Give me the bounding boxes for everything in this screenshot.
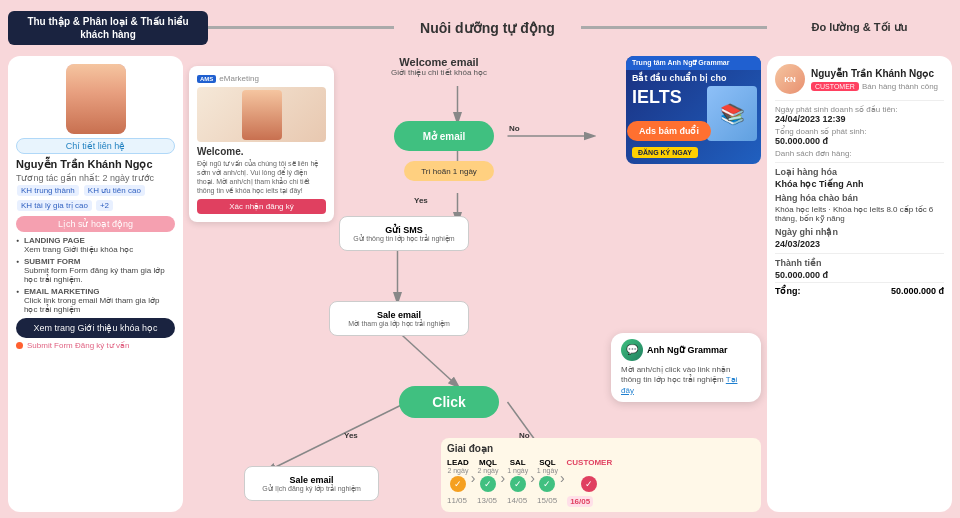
- sale-email-2-sub: Gửi lịch đăng ký lớp trải nghiệm: [262, 485, 361, 493]
- ads-button: Ads bám đuổi: [627, 121, 711, 141]
- revenue-label: Tổng doanh số phát sinh:: [775, 127, 944, 136]
- dates-row: 11/05 13/05 14/05 15/05 16/05: [447, 496, 755, 507]
- sms-chat-bubble: 💬 Anh Ngữ Grammar Mời anh/chị click vào …: [611, 333, 761, 402]
- date-1: 13/05: [477, 496, 497, 507]
- stages-row: LEAD 2 ngày ✓ › MQL 2 ngày ✓ › SAL 1 ngà…: [447, 458, 755, 492]
- last-interact: Tương tác gần nhất: 2 ngày trước: [16, 173, 175, 183]
- arrow-4: ›: [560, 458, 565, 486]
- grand-total-label: Tổng:: [775, 286, 801, 296]
- dot-icon: [16, 342, 23, 349]
- welcome-subtitle: Giới thiệu chi tiết khóa học: [339, 68, 539, 77]
- header-right-text: Đo lường & Tối ưu: [812, 21, 908, 34]
- ielts-banner: Trung tâm Anh Ngữ Grammar Bắt đầu chuẩn …: [626, 56, 761, 164]
- stage-customer-days: [588, 467, 590, 474]
- svg-line-6: [268, 402, 408, 471]
- sale-email-1-sub: Mời tham gia lớp học trải nghiệm: [348, 320, 450, 328]
- stage-sql-label: SQL: [539, 458, 555, 467]
- mo-email-box: Mở email: [394, 121, 494, 151]
- product-value: Khóa học Ielts · Khóa học Ielts 8.0 cấp …: [775, 205, 944, 223]
- product-type-value: Khóa học Tiếng Anh: [775, 179, 944, 189]
- submit-form-tag: Submit Form Đăng ký tư vấn: [16, 341, 175, 350]
- tag-value: KH tài lý gia trị cao: [17, 200, 92, 211]
- stage-customer-circle: ✓: [581, 476, 597, 492]
- connector-left: [208, 26, 394, 29]
- sms-sender: Anh Ngữ Grammar: [647, 345, 728, 355]
- sms-icon: 💬: [621, 339, 643, 361]
- product-type-title: Loại hàng hóa: [775, 167, 944, 177]
- stage-customer: CUSTOMER ✓: [567, 458, 613, 492]
- history-item-0-desc: Xem trang Giới thiệu khóa học: [24, 245, 175, 254]
- orders-label: Danh sách đơn hàng:: [775, 149, 944, 158]
- order-date-value: 24/03/2023: [775, 239, 944, 249]
- giai-doan-title: Giai đoạn: [447, 443, 755, 454]
- gui-sms-title: Gửi SMS: [385, 225, 423, 235]
- svg-line-5: [398, 331, 458, 386]
- email-person: [242, 90, 282, 140]
- sale-email-2-box: Sale email Gửi lịch đăng ký lớp trải ngh…: [244, 466, 379, 501]
- order-date-label: Ngày ghi nhận: [775, 227, 944, 237]
- arrow-1: ›: [471, 458, 476, 486]
- stage-sal-circle: ✓: [510, 476, 526, 492]
- history-item-0-title: LANDING PAGE: [24, 236, 175, 245]
- product-type-field: Khóa học Tiếng Anh: [775, 179, 944, 189]
- header: Thu thập & Phân loại & Thấu hiểu khách h…: [0, 0, 960, 50]
- welcome-email-box: Welcome email Giới thiệu chi tiết khóa h…: [339, 56, 539, 77]
- stage-customer-label: CUSTOMER: [567, 458, 613, 467]
- tag-more: +2: [96, 200, 113, 211]
- history-item-1: SUBMIT FORM Submit form Form đăng ký tha…: [16, 257, 175, 284]
- view-course-button[interactable]: Xem trang Giới thiệu khóa học: [16, 318, 175, 338]
- grand-total-row: Tổng: 50.000.000 đ: [775, 282, 944, 296]
- divider-2: [775, 162, 944, 163]
- giai-doan-section: Giai đoạn LEAD 2 ngày ✓ › MQL 2 ngày ✓ ›…: [441, 438, 761, 512]
- right-contact-name: Nguyễn Trần Khánh Ngọc: [811, 68, 938, 79]
- right-panel: KN Nguyễn Trần Khánh Ngọc CUSTOMER Bán h…: [767, 56, 952, 512]
- right-avatar: KN: [775, 64, 805, 94]
- connector-right: [581, 26, 767, 29]
- date-3: 15/05: [537, 496, 557, 507]
- revenue-field: Tổng doanh số phát sinh: 50.000.000 đ: [775, 127, 944, 146]
- stage-sql-days: 1 ngày: [537, 467, 558, 474]
- product-label: Hàng hóa chào bán: [775, 193, 944, 203]
- grand-total-value: 50.000.000 đ: [891, 286, 944, 296]
- contact-badge: Chí tiết liên hệ: [16, 138, 175, 154]
- label-yes-1: Yes: [414, 196, 428, 205]
- history-button[interactable]: Lịch sử hoạt động: [16, 216, 175, 232]
- history-item-1-title: SUBMIT FORM: [24, 257, 175, 266]
- total-label: Thành tiền: [775, 258, 944, 268]
- email-body-text: Đội ngũ tư vấn của chúng tôi sẽ liên hệ …: [197, 159, 326, 195]
- ielts-header: Trung tâm Anh Ngữ Grammar: [626, 56, 761, 70]
- confirm-btn[interactable]: Xác nhận đăng ký: [197, 199, 326, 214]
- stage-mql-circle: ✓: [480, 476, 496, 492]
- revenue-value: 50.000.000 đ: [775, 136, 944, 146]
- ielts-register-btn[interactable]: ĐĂNG KÝ NGAY: [632, 147, 698, 158]
- header-mid: Nuôi dưỡng tự động: [394, 5, 580, 50]
- sale-email-1-box: Sale email Mời tham gia lớp học trải ngh…: [329, 301, 469, 336]
- left-panel: Chí tiết liên hệ Nguyễn Trần Khánh Ngọc …: [8, 56, 183, 512]
- tri-hoan-box: Trì hoãn 1 ngày: [404, 161, 494, 181]
- header-left-badge: Thu thập & Phân loại & Thấu hiểu khách h…: [8, 11, 208, 45]
- history-item-1-desc: Submit form Form đăng ký tham gia lớp họ…: [24, 266, 175, 284]
- email-brand: eMarketing: [219, 74, 259, 83]
- ielts-image: 📚: [707, 86, 757, 141]
- history-item-2-title: EMAIL MARKETING: [24, 287, 175, 296]
- tag-priority: KH ưu tiên cao: [84, 185, 145, 196]
- right-avatar-row: KN Nguyễn Trần Khánh Ngọc CUSTOMER Bán h…: [775, 64, 944, 94]
- click-box: Click: [399, 386, 499, 418]
- label-no-1: No: [509, 124, 520, 133]
- stage-lead-circle: ✓: [450, 476, 466, 492]
- sms-body: Mời anh/chị click vào link nhận thông ti…: [621, 365, 751, 396]
- sms-chat-header: 💬 Anh Ngữ Grammar: [621, 339, 751, 361]
- date-field: Ngày phát sinh doanh số đầu tiên: 24/04/…: [775, 105, 944, 124]
- contact-name: Nguyễn Trần Khánh Ngọc: [16, 158, 175, 171]
- ielts-subtitle: Bắt đầu chuẩn bị cho: [626, 70, 761, 87]
- history-item-2: EMAIL MARKETING Click link trong email M…: [16, 287, 175, 314]
- email-preview-card: AMS eMarketing Welcome. Đội ngũ tư vấn c…: [189, 66, 334, 222]
- product-field: Khóa học Ielts · Khóa học Ielts 8.0 cấp …: [775, 205, 944, 223]
- stage-lead-days: 2 ngày: [447, 467, 468, 474]
- right-name-block: Nguyễn Trần Khánh Ngọc CUSTOMER Bán hàng…: [811, 68, 938, 91]
- stage-lead: LEAD 2 ngày ✓: [447, 458, 469, 492]
- email-welcome-title: Welcome.: [197, 146, 326, 157]
- stage-lead-label: LEAD: [447, 458, 469, 467]
- total-value: 50.000.000 đ: [775, 270, 944, 280]
- date-4: 16/05: [567, 496, 593, 507]
